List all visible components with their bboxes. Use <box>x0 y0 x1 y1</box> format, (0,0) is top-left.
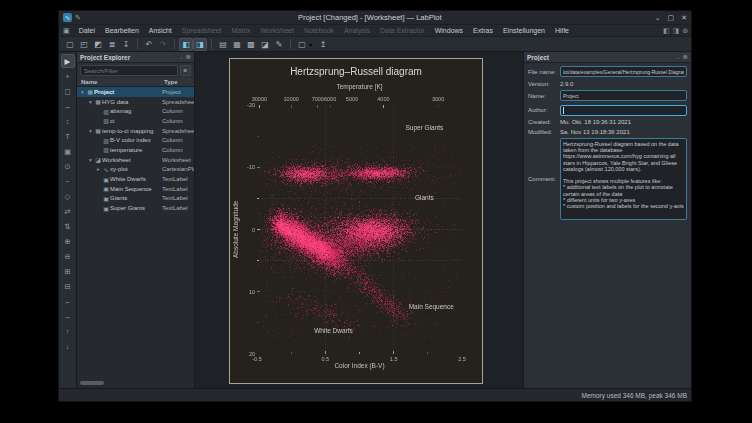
filter-options-button[interactable]: ≡ <box>180 65 191 76</box>
auto-scale-x-button[interactable]: ⇄ <box>61 204 75 218</box>
zoom-y-selection-button[interactable]: ↕ <box>61 114 75 128</box>
close-properties-icon[interactable]: ⊗ <box>683 53 688 61</box>
toggle-project-explorer-button[interactable]: ◧ <box>179 38 193 51</box>
properties-header[interactable]: Project ◦ ⊗ <box>524 52 691 63</box>
worksheet-page[interactable]: Hertzsprung–Russell diagram Temperature … <box>229 58 483 384</box>
tree-row-temp-to-ci-mapping[interactable]: ▾▦temp-to-ci mappingSpreadsheet <box>77 126 194 136</box>
zoom-out-x-button[interactable]: ⊟ <box>61 279 75 293</box>
search-input[interactable] <box>80 65 178 76</box>
tree-row-absmag[interactable]: ▥absmagColumn <box>77 106 194 116</box>
open-project-button[interactable]: ◰ <box>77 38 91 51</box>
add-image-button[interactable]: ▣ <box>61 144 75 158</box>
tree-row-temperature[interactable]: ▥temperatureColumn <box>77 145 194 155</box>
expander-icon[interactable]: ▸ <box>95 166 102 172</box>
hr-scatter-canvas[interactable] <box>230 59 484 385</box>
tree-row-hyg-data[interactable]: ▾▦HYG dataSpreadsheet <box>77 97 194 107</box>
annotation-white-dwarfs[interactable]: White Dwarfs <box>314 327 353 334</box>
author-input[interactable] <box>560 105 687 116</box>
column-header-name[interactable]: Name <box>77 79 162 85</box>
redo-button[interactable]: ↷ <box>156 38 170 51</box>
zoom-in-x-button[interactable]: ⊞ <box>61 264 75 278</box>
x-tick-2.5: 2.5 <box>458 356 466 362</box>
navigate-select-button[interactable]: ▶ <box>61 54 75 68</box>
crosshair-button[interactable]: + <box>61 69 75 83</box>
textlabel-icon: ▣ <box>102 185 110 192</box>
donate-icon[interactable]: ⊚ <box>682 27 688 35</box>
annotation-giants[interactable]: Giants <box>415 193 434 200</box>
spreadsheet-icon: ▦ <box>94 98 102 105</box>
shift-right-x-button[interactable]: → <box>61 309 75 323</box>
menu-extras[interactable]: Extras <box>468 25 498 37</box>
toggle-properties-dock-button[interactable]: ◨ <box>193 38 207 51</box>
dock-right-icon[interactable]: ◨ <box>673 27 680 35</box>
zoom-in-button[interactable]: ⊕ <box>61 234 75 248</box>
annotation-super-giants[interactable]: Super Giants <box>405 123 443 130</box>
zoom-selection-button[interactable]: ◻ <box>61 84 75 98</box>
titlebar[interactable]: ∿ ✎ Project [Changed] - [Worksheet] — La… <box>59 11 691 24</box>
annotation-main-sequence[interactable]: Main Sequence <box>409 303 454 310</box>
column-header-type[interactable]: Type <box>162 79 194 85</box>
minimize-button[interactable]: ⌄ <box>655 14 661 22</box>
new-aspect-dropdown-button[interactable]: ▢ <box>295 38 309 51</box>
shift-down-y-button[interactable]: ↓ <box>61 339 75 353</box>
worksheet-toolbar: ▶+◻↔↕T▣⊙−◇⇄⇅⊕⊖⊞⊟←→↑↓ <box>59 52 77 388</box>
close-dock-icon[interactable]: ⊗ <box>186 53 191 61</box>
auto-scale-button[interactable]: ◇ <box>61 189 75 203</box>
new-workbook-button[interactable]: ▤ <box>216 38 230 51</box>
project-explorer-header[interactable]: Project Explorer ◦ ⊗ <box>77 52 194 63</box>
x-axis-label[interactable]: Color Index (B-V) <box>257 362 462 369</box>
import-data-button[interactable]: ↥ <box>316 38 330 51</box>
float-properties-icon[interactable]: ◦ <box>677 54 679 61</box>
print-button[interactable]: ≣ <box>105 38 119 51</box>
print-preview-button[interactable]: ↧ <box>119 38 133 51</box>
maximize-button[interactable]: ▢ <box>668 14 675 22</box>
comment-textarea[interactable] <box>560 138 687 220</box>
expander-icon[interactable]: ▾ <box>87 128 94 134</box>
tree-row-project[interactable]: ▾▦ProjectProject <box>77 87 194 97</box>
new-aspect-dropdown-caret-icon[interactable]: ▾ <box>309 41 316 48</box>
close-button[interactable]: ✕ <box>681 14 687 22</box>
menu-ansicht[interactable]: Ansicht <box>144 25 177 37</box>
tree-row-giants[interactable]: ▣GiantsTextLabel <box>77 194 194 204</box>
menu-bearbeiten[interactable]: Bearbeiten <box>100 25 144 37</box>
tree-column-header[interactable]: Name Type <box>77 78 194 87</box>
file_name-label: File name: <box>528 69 560 75</box>
tree-row-worksheet[interactable]: ▾◪WorksheetWorksheet <box>77 155 194 165</box>
expander-icon[interactable]: ▾ <box>87 157 94 163</box>
add-custom-point-button[interactable]: ⊙ <box>61 159 75 173</box>
save-project-button[interactable]: ◩ <box>91 38 105 51</box>
new-worksheet-button[interactable]: ◪ <box>258 38 272 51</box>
zoom-x-selection-button[interactable]: ↔ <box>61 99 75 113</box>
tree-row-ci[interactable]: ▥ciColumn <box>77 116 194 126</box>
shift-up-y-button[interactable]: ↑ <box>61 324 75 338</box>
new-matrix-button[interactable]: ▩ <box>244 38 258 51</box>
tree-row-main-sequence[interactable]: ▣Main SequenceTextLabel <box>77 184 194 194</box>
dock-left-icon[interactable]: ◧ <box>663 27 670 35</box>
add-text-label-button[interactable]: T <box>61 129 75 143</box>
float-dock-icon[interactable]: ◦ <box>180 54 182 61</box>
new-spreadsheet-button[interactable]: ▦ <box>230 38 244 51</box>
expander-icon[interactable]: ▾ <box>79 89 86 95</box>
tree-row-white-dwarfs[interactable]: ▣White DwarfsTextLabel <box>77 174 194 184</box>
zoom-out-button[interactable]: ⊖ <box>61 249 75 263</box>
expander-icon[interactable]: ▾ <box>87 99 94 105</box>
new-project-button[interactable]: ▢ <box>63 38 77 51</box>
plot-title[interactable]: Hertzsprung–Russell diagram <box>230 66 482 77</box>
new-datapicker-button[interactable]: ✎ <box>272 38 286 51</box>
top-axis-label[interactable]: Temperature [K] <box>257 83 462 90</box>
file_name-input[interactable] <box>560 66 687 77</box>
shift-left-x-button[interactable]: ← <box>61 294 75 308</box>
menu-datei[interactable]: Datei <box>74 25 100 37</box>
add-reference-line-button[interactable]: − <box>61 174 75 188</box>
undo-button[interactable]: ↶ <box>142 38 156 51</box>
tree-row-super-giants[interactable]: ▣Super GiantsTextLabel <box>77 203 194 213</box>
menu-windows[interactable]: Windows <box>430 25 468 37</box>
tree-row-xy-plot[interactable]: ▸∿xy-plotCartesianPlot <box>77 165 194 175</box>
x-tick-1.5: 1.5 <box>390 356 398 362</box>
name-input[interactable] <box>560 90 687 101</box>
horizontal-scrollbar[interactable] <box>80 381 104 385</box>
tree-row-b-v-color-index[interactable]: ▥B-V color indexColumn <box>77 135 194 145</box>
auto-scale-y-button[interactable]: ⇅ <box>61 219 75 233</box>
menu-hilfe[interactable]: Hilfe <box>550 25 574 37</box>
menu-einstellungen[interactable]: Einstellungen <box>498 25 550 37</box>
